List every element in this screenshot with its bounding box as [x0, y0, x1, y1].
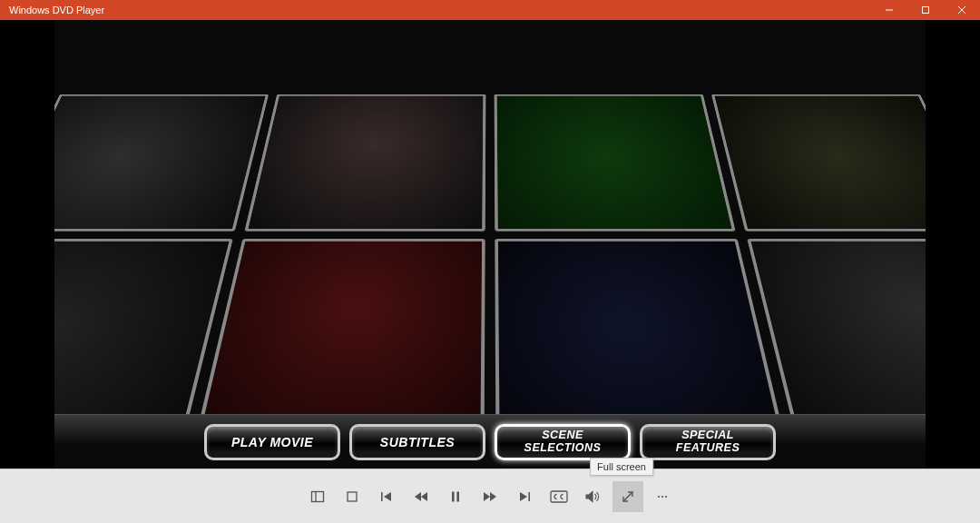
play-movie-button[interactable]: PLAY MOVIE — [204, 424, 340, 460]
dvd-thumbnail — [495, 239, 782, 429]
previous-button[interactable] — [371, 481, 402, 512]
svg-rect-17 — [551, 491, 567, 502]
tooltip: Full screen — [590, 458, 653, 476]
minimize-button[interactable] — [871, 0, 907, 20]
svg-rect-1 — [923, 7, 929, 14]
rewind-button[interactable] — [406, 481, 436, 512]
close-button[interactable] — [944, 0, 980, 20]
dvd-menu-screen: PLAY MOVIE SUBTITLES SCENE SELECTIONS SP… — [54, 20, 926, 469]
svg-marker-10 — [421, 492, 427, 501]
scene-selections-button[interactable]: SCENE SELECTIONS — [495, 424, 631, 460]
chapter-panel-button[interactable] — [302, 481, 333, 512]
stop-button[interactable] — [337, 481, 368, 512]
maximize-button[interactable] — [907, 0, 944, 20]
svg-marker-13 — [484, 492, 490, 501]
fullscreen-button[interactable]: Full screen — [612, 481, 643, 512]
svg-marker-14 — [490, 492, 496, 501]
svg-rect-6 — [348, 492, 357, 501]
dvd-thumbnail — [495, 94, 736, 232]
svg-rect-12 — [456, 491, 459, 501]
svg-marker-9 — [415, 492, 421, 501]
fast-forward-button[interactable] — [475, 481, 505, 512]
svg-rect-11 — [452, 491, 455, 501]
pause-button[interactable] — [440, 481, 471, 512]
video-area: PLAY MOVIE SUBTITLES SCENE SELECTIONS SP… — [0, 20, 980, 469]
more-button[interactable] — [647, 481, 678, 512]
subtitles-button[interactable]: SUBTITLES — [349, 424, 485, 460]
svg-point-22 — [665, 495, 667, 497]
svg-marker-8 — [384, 492, 391, 501]
titlebar: Windows DVD Player — [0, 0, 980, 20]
svg-marker-15 — [520, 492, 527, 501]
dvd-thumbnail — [198, 239, 485, 429]
dvd-thumbnail — [711, 94, 926, 232]
svg-line-19 — [623, 492, 632, 501]
svg-point-21 — [662, 495, 663, 497]
next-button[interactable] — [509, 481, 540, 512]
svg-rect-16 — [528, 492, 530, 501]
dvd-thumbnail — [54, 94, 269, 232]
dvd-thumbnail-grid — [54, 94, 926, 429]
dvd-thumbnail — [244, 94, 485, 232]
special-features-button[interactable]: SPECIAL FEATURES — [640, 424, 776, 460]
volume-button[interactable] — [578, 481, 609, 512]
window-title: Windows DVD Player — [9, 5, 871, 15]
svg-rect-7 — [381, 492, 383, 501]
svg-rect-4 — [312, 491, 324, 501]
closed-captions-button[interactable] — [544, 481, 574, 512]
dvd-menu-buttons: PLAY MOVIE SUBTITLES SCENE SELECTIONS SP… — [54, 414, 926, 469]
svg-point-20 — [658, 495, 660, 497]
svg-marker-18 — [586, 491, 593, 501]
player-controlbar: Full screen — [0, 469, 980, 523]
